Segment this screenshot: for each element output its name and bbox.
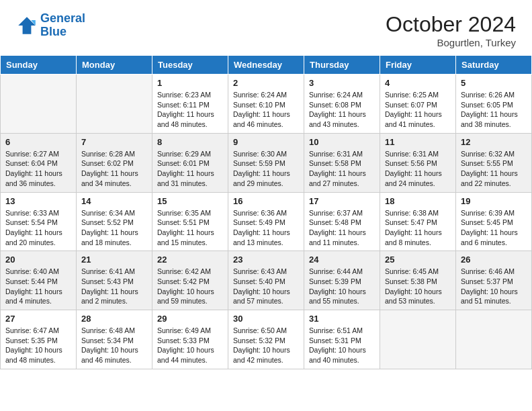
day-number: 20 — [5, 255, 71, 265]
calendar-cell: 4Sunrise: 6:25 AM Sunset: 6:07 PM Daylig… — [380, 75, 456, 134]
day-number: 3 — [309, 78, 375, 88]
day-number: 24 — [309, 255, 375, 265]
cell-text: Sunrise: 6:34 AM Sunset: 5:52 PM Dayligh… — [81, 208, 147, 248]
logo-text: General Blue — [40, 12, 85, 39]
calendar-cell: 16Sunrise: 6:36 AM Sunset: 5:49 PM Dayli… — [228, 192, 304, 251]
calendar-cell: 25Sunrise: 6:45 AM Sunset: 5:38 PM Dayli… — [380, 251, 456, 310]
cell-text: Sunrise: 6:39 AM Sunset: 5:45 PM Dayligh… — [461, 208, 527, 248]
day-number: 26 — [461, 255, 527, 265]
day-number: 1 — [157, 78, 223, 88]
day-number: 31 — [309, 314, 375, 324]
day-number: 15 — [157, 196, 223, 206]
cell-text: Sunrise: 6:36 AM Sunset: 5:49 PM Dayligh… — [233, 208, 299, 248]
calendar-cell: 9Sunrise: 6:30 AM Sunset: 5:59 PM Daylig… — [228, 133, 304, 192]
location: Bogurtlen, Turkey — [386, 37, 516, 48]
day-number: 12 — [461, 137, 527, 147]
calendar-cell: 15Sunrise: 6:35 AM Sunset: 5:51 PM Dayli… — [152, 192, 228, 251]
cell-text: Sunrise: 6:40 AM Sunset: 5:44 PM Dayligh… — [5, 267, 71, 306]
day-number: 21 — [81, 255, 147, 265]
calendar-cell: 20Sunrise: 6:40 AM Sunset: 5:44 PM Dayli… — [1, 251, 77, 310]
cell-text: Sunrise: 6:50 AM Sunset: 5:32 PM Dayligh… — [233, 326, 299, 365]
weekday-header: Wednesday — [228, 56, 304, 75]
day-number: 14 — [81, 196, 147, 206]
day-number: 8 — [157, 137, 223, 147]
day-number: 23 — [233, 255, 299, 265]
day-number: 18 — [385, 196, 451, 206]
cell-text: Sunrise: 6:43 AM Sunset: 5:40 PM Dayligh… — [233, 267, 299, 306]
day-number: 30 — [233, 314, 299, 324]
svg-marker-0 — [18, 17, 36, 34]
calendar-cell: 1Sunrise: 6:23 AM Sunset: 6:11 PM Daylig… — [152, 75, 228, 134]
calendar-cell: 24Sunrise: 6:44 AM Sunset: 5:39 PM Dayli… — [304, 251, 380, 310]
calendar-cell: 26Sunrise: 6:46 AM Sunset: 5:37 PM Dayli… — [456, 251, 532, 310]
calendar-cell: 14Sunrise: 6:34 AM Sunset: 5:52 PM Dayli… — [77, 192, 152, 251]
cell-text: Sunrise: 6:27 AM Sunset: 6:04 PM Dayligh… — [5, 149, 71, 189]
calendar-cell: 21Sunrise: 6:41 AM Sunset: 5:43 PM Dayli… — [77, 251, 152, 310]
calendar-cell: 11Sunrise: 6:31 AM Sunset: 5:56 PM Dayli… — [380, 133, 456, 192]
cell-text: Sunrise: 6:30 AM Sunset: 5:59 PM Dayligh… — [233, 149, 299, 189]
day-number: 22 — [157, 255, 223, 265]
day-number: 11 — [385, 137, 451, 147]
day-number: 4 — [385, 78, 451, 88]
cell-text: Sunrise: 6:31 AM Sunset: 5:58 PM Dayligh… — [309, 149, 375, 189]
month-year: October 2024 — [386, 12, 516, 37]
calendar-cell — [1, 75, 77, 134]
day-number: 27 — [5, 314, 71, 324]
calendar-cell: 22Sunrise: 6:42 AM Sunset: 5:42 PM Dayli… — [152, 251, 228, 310]
calendar-cell: 30Sunrise: 6:50 AM Sunset: 5:32 PM Dayli… — [228, 310, 304, 369]
calendar-cell: 6Sunrise: 6:27 AM Sunset: 6:04 PM Daylig… — [1, 133, 77, 192]
cell-text: Sunrise: 6:46 AM Sunset: 5:37 PM Dayligh… — [461, 267, 527, 306]
cell-text: Sunrise: 6:49 AM Sunset: 5:33 PM Dayligh… — [157, 326, 223, 365]
cell-text: Sunrise: 6:29 AM Sunset: 6:01 PM Dayligh… — [157, 149, 223, 189]
calendar-week-row: 27Sunrise: 6:47 AM Sunset: 5:35 PM Dayli… — [1, 310, 532, 369]
logo: General Blue — [16, 12, 85, 39]
cell-text: Sunrise: 6:32 AM Sunset: 5:55 PM Dayligh… — [461, 149, 527, 189]
calendar-cell: 3Sunrise: 6:24 AM Sunset: 6:08 PM Daylig… — [304, 75, 380, 134]
calendar-cell: 12Sunrise: 6:32 AM Sunset: 5:55 PM Dayli… — [456, 133, 532, 192]
weekday-header: Saturday — [456, 56, 532, 75]
calendar-cell: 19Sunrise: 6:39 AM Sunset: 5:45 PM Dayli… — [456, 192, 532, 251]
cell-text: Sunrise: 6:25 AM Sunset: 6:07 PM Dayligh… — [385, 90, 451, 130]
day-number: 2 — [233, 78, 299, 88]
cell-text: Sunrise: 6:35 AM Sunset: 5:51 PM Dayligh… — [157, 208, 223, 248]
day-number: 16 — [233, 196, 299, 206]
calendar-cell: 8Sunrise: 6:29 AM Sunset: 6:01 PM Daylig… — [152, 133, 228, 192]
cell-text: Sunrise: 6:51 AM Sunset: 5:31 PM Dayligh… — [309, 326, 375, 365]
cell-text: Sunrise: 6:33 AM Sunset: 5:54 PM Dayligh… — [5, 208, 71, 248]
calendar-week-row: 1Sunrise: 6:23 AM Sunset: 6:11 PM Daylig… — [1, 75, 532, 134]
calendar-cell: 5Sunrise: 6:26 AM Sunset: 6:05 PM Daylig… — [456, 75, 532, 134]
day-number: 28 — [81, 314, 147, 324]
calendar-header-row: SundayMondayTuesdayWednesdayThursdayFrid… — [1, 56, 532, 75]
weekday-header: Tuesday — [152, 56, 228, 75]
calendar-cell: 23Sunrise: 6:43 AM Sunset: 5:40 PM Dayli… — [228, 251, 304, 310]
cell-text: Sunrise: 6:41 AM Sunset: 5:43 PM Dayligh… — [81, 267, 147, 306]
day-number: 10 — [309, 137, 375, 147]
calendar-cell — [77, 75, 152, 134]
weekday-header: Friday — [380, 56, 456, 75]
calendar-cell — [456, 310, 532, 369]
calendar-cell: 29Sunrise: 6:49 AM Sunset: 5:33 PM Dayli… — [152, 310, 228, 369]
calendar-week-row: 6Sunrise: 6:27 AM Sunset: 6:04 PM Daylig… — [1, 133, 532, 192]
day-number: 25 — [385, 255, 451, 265]
calendar-table: SundayMondayTuesdayWednesdayThursdayFrid… — [0, 55, 532, 369]
cell-text: Sunrise: 6:24 AM Sunset: 6:10 PM Dayligh… — [233, 90, 299, 130]
cell-text: Sunrise: 6:45 AM Sunset: 5:38 PM Dayligh… — [385, 267, 451, 306]
weekday-header: Thursday — [304, 56, 380, 75]
cell-text: Sunrise: 6:24 AM Sunset: 6:08 PM Dayligh… — [309, 90, 375, 130]
page-header: General Blue October 2024 Bogurtlen, Tur… — [0, 0, 532, 55]
day-number: 7 — [81, 137, 147, 147]
day-number: 5 — [461, 78, 527, 88]
calendar-cell: 27Sunrise: 6:47 AM Sunset: 5:35 PM Dayli… — [1, 310, 77, 369]
cell-text: Sunrise: 6:37 AM Sunset: 5:48 PM Dayligh… — [309, 208, 375, 248]
cell-text: Sunrise: 6:42 AM Sunset: 5:42 PM Dayligh… — [157, 267, 223, 306]
cell-text: Sunrise: 6:38 AM Sunset: 5:47 PM Dayligh… — [385, 208, 451, 248]
calendar-cell: 28Sunrise: 6:48 AM Sunset: 5:34 PM Dayli… — [77, 310, 152, 369]
day-number: 29 — [157, 314, 223, 324]
cell-text: Sunrise: 6:26 AM Sunset: 6:05 PM Dayligh… — [461, 90, 527, 130]
cell-text: Sunrise: 6:23 AM Sunset: 6:11 PM Dayligh… — [157, 90, 223, 130]
calendar-cell: 18Sunrise: 6:38 AM Sunset: 5:47 PM Dayli… — [380, 192, 456, 251]
day-number: 13 — [5, 196, 71, 206]
calendar-cell: 10Sunrise: 6:31 AM Sunset: 5:58 PM Dayli… — [304, 133, 380, 192]
calendar-cell: 13Sunrise: 6:33 AM Sunset: 5:54 PM Dayli… — [1, 192, 77, 251]
calendar-week-row: 13Sunrise: 6:33 AM Sunset: 5:54 PM Dayli… — [1, 192, 532, 251]
